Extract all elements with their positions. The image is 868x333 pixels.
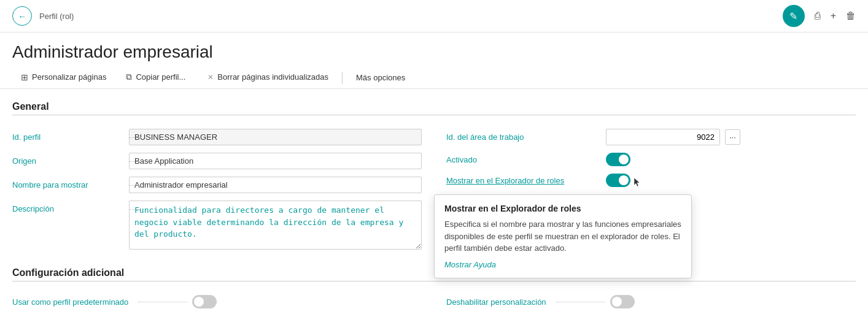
back-button[interactable]: ← [12, 6, 32, 26]
mostrar-toggle[interactable] [606, 174, 630, 187]
tab-copiar[interactable]: ⧉ Copiar perfil... [117, 67, 194, 88]
id-perfil-value-container [129, 129, 422, 145]
delete-button[interactable]: 🗑 [846, 10, 856, 21]
borrar-close-icon: ✕ [207, 73, 214, 82]
id-perfil-label: Id. perfil [12, 129, 129, 142]
deshabilitar-dots [556, 302, 605, 302]
general-title: General [12, 101, 856, 112]
origen-input[interactable] [129, 153, 422, 169]
origen-row: Origen [12, 149, 422, 173]
copiar-icon: ⧉ [126, 72, 132, 82]
activado-toggle[interactable] [606, 153, 630, 166]
deshabilitar-slider [610, 295, 635, 308]
tab-more[interactable]: Más opciones [347, 68, 414, 87]
tooltip-body: Especifica si el nombre para mostrar y l… [444, 218, 681, 255]
mostrar-toggle-container [606, 174, 856, 187]
add-button[interactable]: + [831, 10, 836, 21]
deshabilitar-label: Deshabilitar personalización [446, 297, 546, 307]
nombre-value-container [129, 177, 422, 193]
right-column: Id. del área de trabajo ··· Activado [446, 125, 856, 255]
cursor-icon [633, 177, 640, 188]
mostrar-slider [606, 174, 630, 187]
id-perfil-row: Id. perfil [12, 125, 422, 149]
descripcion-label: Descripción [12, 201, 129, 213]
id-area-label: Id. del área de trabajo [446, 132, 606, 142]
edit-icon: ✎ [789, 10, 797, 22]
mostrar-link[interactable]: Mostrar en el Explorador de roles [446, 176, 564, 185]
deshabilitar-toggle[interactable] [610, 295, 635, 308]
tab-copiar-label: Copiar perfil... [136, 72, 185, 82]
tooltip-help-link[interactable]: Mostrar Ayuda [444, 260, 496, 269]
tooltip-title: Mostrar en el Explorador de roles [444, 204, 681, 213]
id-area-input[interactable] [606, 129, 720, 145]
fields-grid: Id. perfil Origen Nombre para mostrar [12, 125, 856, 255]
id-perfil-input[interactable] [129, 129, 422, 145]
tab-borrar[interactable]: ✕ Borrar páginas individualizadas [196, 67, 337, 88]
id-area-dots-button[interactable]: ··· [725, 129, 740, 145]
left-column: Id. perfil Origen Nombre para mostrar [12, 125, 422, 255]
usar-toggle[interactable] [192, 295, 217, 308]
activado-row: Activado [446, 149, 856, 170]
usar-slider [192, 295, 217, 308]
top-actions: ✎ ⎙ + 🗑 [783, 5, 856, 27]
mostrar-row: Mostrar en el Explorador de roles [446, 170, 856, 191]
descripcion-textarea[interactable]: Funcionalidad para directores a cargo de… [129, 201, 422, 250]
tab-bar: ⊞ Personalizar páginas ⧉ Copiar perfil..… [0, 67, 868, 89]
top-bar: ← Perfil (rol) ✎ ⎙ + 🗑 [0, 0, 868, 33]
nombre-input[interactable] [129, 177, 422, 193]
deshabilitar-row: Deshabilitar personalización [446, 291, 856, 312]
origen-label: Origen [12, 153, 129, 166]
usar-dots [138, 302, 187, 302]
edit-button[interactable]: ✎ [783, 5, 805, 27]
tooltip-popup: Mostrar en el Explorador de roles Especi… [434, 194, 692, 278]
tab-personalizar-label: Personalizar páginas [32, 72, 106, 82]
activado-label: Activado [446, 155, 606, 164]
origen-value-container [129, 153, 422, 169]
nombre-row: Nombre para mostrar [12, 173, 422, 197]
general-divider [12, 115, 856, 115]
id-area-row: Id. del área de trabajo ··· [446, 125, 856, 149]
activado-toggle-container [606, 153, 856, 166]
id-area-value-container: ··· [606, 129, 856, 145]
id-area-input-group: ··· [606, 129, 740, 145]
mostrar-label-container: Mostrar en el Explorador de roles [446, 176, 606, 185]
bottom-fields: Usar como perfil predeterminado Deshabil… [12, 291, 856, 312]
general-section: General Id. perfil Origen Nombre para mo… [0, 89, 868, 255]
usar-row: Usar como perfil predeterminado [12, 291, 422, 312]
tab-separator [342, 72, 343, 84]
activado-slider [606, 153, 630, 166]
breadcrumb: Perfil (rol) [39, 12, 74, 21]
descripcion-value-container: Funcionalidad para directores a cargo de… [129, 201, 422, 251]
usar-label: Usar como perfil predeterminado [12, 297, 128, 307]
share-button[interactable]: ⎙ [815, 10, 821, 21]
descripcion-row: Descripción Funcionalidad para directore… [12, 197, 422, 255]
tab-personalizar[interactable]: ⊞ Personalizar páginas [12, 67, 115, 88]
personalizar-icon: ⊞ [21, 72, 28, 82]
tab-borrar-label: Borrar páginas individualizadas [217, 72, 328, 82]
nombre-label: Nombre para mostrar [12, 177, 129, 189]
configuracion-divider [12, 281, 856, 281]
page-title: Administrador empresarial [0, 33, 868, 67]
